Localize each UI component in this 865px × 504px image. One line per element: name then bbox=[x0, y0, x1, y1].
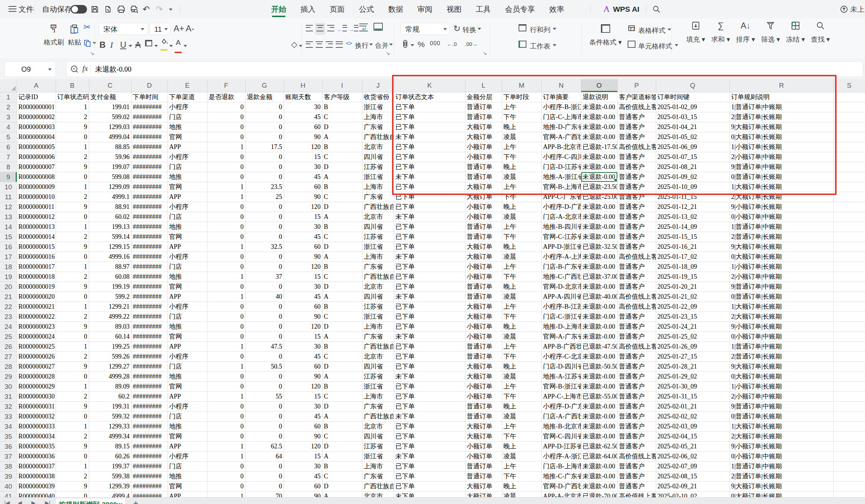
cell[interactable]: R0000000032 bbox=[17, 411, 56, 421]
cell[interactable] bbox=[833, 431, 865, 441]
cell[interactable]: R0000000027 bbox=[17, 361, 56, 371]
cell[interactable]: 未退款-0.00 bbox=[581, 411, 617, 421]
cell[interactable]: 15 bbox=[284, 451, 322, 461]
convert-button[interactable]: 转换 bbox=[463, 26, 476, 33]
cell[interactable]: 晚上 bbox=[502, 202, 541, 212]
cell[interactable]: 0 bbox=[56, 451, 89, 461]
next-sheet-icon[interactable]: ▶ bbox=[31, 500, 36, 504]
chevron-down-icon[interactable] bbox=[129, 45, 132, 47]
cell[interactable] bbox=[833, 302, 865, 312]
cell[interactable]: 30 bbox=[284, 222, 322, 232]
cell[interactable]: D bbox=[322, 282, 362, 292]
cell[interactable] bbox=[833, 312, 865, 322]
decrease-decimal-icon[interactable]: ←.0 bbox=[447, 41, 457, 47]
cell[interactable]: 普通客户 bbox=[617, 192, 656, 202]
cell[interactable]: APP-C-上海市 bbox=[541, 391, 581, 401]
cell[interactable]: ######### bbox=[131, 262, 168, 272]
cell[interactable]: 2025-02-07_09 bbox=[656, 461, 730, 471]
file-menu[interactable]: 文件 bbox=[19, 0, 34, 19]
cell[interactable]: 地推 bbox=[168, 222, 207, 232]
cell[interactable] bbox=[833, 122, 865, 132]
cell[interactable] bbox=[833, 242, 865, 252]
cell[interactable]: R0000000004 bbox=[17, 132, 56, 142]
cell[interactable]: 广西壮族自治区 bbox=[362, 272, 394, 282]
cell[interactable]: APP-C-广东省 bbox=[541, 192, 581, 202]
row-header-31[interactable]: 31 bbox=[0, 391, 17, 401]
align-top-icon[interactable] bbox=[306, 25, 313, 33]
cell[interactable]: 已退款-37.00 bbox=[581, 272, 617, 282]
cell[interactable]: 未退款-0.00 bbox=[581, 322, 617, 331]
cell[interactable]: APP-B-广西壮族自治区 bbox=[541, 341, 581, 351]
cell[interactable]: 0 bbox=[56, 132, 89, 142]
cell[interactable] bbox=[833, 252, 865, 262]
cell[interactable] bbox=[833, 152, 865, 162]
cell[interactable]: 已下单 bbox=[394, 112, 465, 122]
menu-hamburger-icon[interactable] bbox=[9, 6, 16, 12]
cell[interactable]: 0 bbox=[207, 371, 245, 381]
cell[interactable]: 下单渠道 bbox=[168, 92, 207, 102]
cell[interactable]: 0 bbox=[207, 481, 245, 491]
cell[interactable]: 30 bbox=[284, 341, 322, 351]
column-header-J[interactable]: J bbox=[362, 79, 394, 92]
fill-button[interactable]: 填充 ▾ bbox=[683, 19, 709, 44]
cell[interactable]: 门店-D-江苏省 bbox=[541, 162, 581, 172]
cell[interactable]: 四川省 bbox=[362, 222, 394, 232]
cell[interactable]: 2025-01-13_02 bbox=[656, 212, 730, 222]
cell[interactable]: 已下单 bbox=[394, 471, 465, 481]
row-header-22[interactable]: 22 bbox=[0, 302, 17, 312]
cell[interactable]: 0 bbox=[207, 461, 245, 471]
cell[interactable]: 1299.21 bbox=[89, 302, 131, 312]
cell[interactable]: 0 bbox=[207, 212, 245, 222]
cell[interactable]: 9|普通订单|中账期 bbox=[730, 162, 833, 172]
cell[interactable]: 2 bbox=[56, 471, 89, 481]
cell[interactable]: 未退款-0.00 bbox=[581, 172, 617, 182]
autosave-toggle[interactable] bbox=[71, 5, 87, 14]
cell[interactable]: 2025-01-19_15 bbox=[656, 272, 730, 282]
cell[interactable]: 1 bbox=[207, 451, 245, 461]
cell[interactable]: 60 bbox=[284, 182, 322, 192]
cell[interactable]: 0 bbox=[207, 471, 245, 481]
cell[interactable]: 1 bbox=[207, 242, 245, 252]
cell[interactable]: 1|小额订单|长账期 bbox=[730, 142, 833, 152]
cell[interactable]: 下午 bbox=[502, 272, 541, 282]
cell[interactable]: APP-D-江苏省 bbox=[541, 441, 581, 451]
cell[interactable]: 普通订单 bbox=[465, 401, 502, 411]
cell[interactable]: 普通客户 bbox=[617, 242, 656, 252]
cell[interactable]: 已下单 bbox=[394, 381, 465, 391]
cell[interactable]: 下单时段 bbox=[502, 92, 541, 102]
cell[interactable]: 小程序-D-广东省 bbox=[541, 401, 581, 411]
cell[interactable]: D bbox=[322, 481, 362, 491]
italic-icon[interactable]: I bbox=[110, 41, 113, 49]
cell[interactable]: 江苏省 bbox=[362, 371, 394, 381]
cell[interactable]: 已下单 bbox=[394, 222, 465, 232]
row-header-40[interactable]: 40 bbox=[0, 481, 17, 491]
cell[interactable]: 浙江省 bbox=[362, 242, 394, 252]
undo-icon[interactable]: ↶ bbox=[143, 0, 150, 19]
cell[interactable]: 未退款-0.00 bbox=[581, 102, 617, 112]
cell[interactable]: ######### bbox=[131, 212, 168, 222]
cell[interactable]: 已下单 bbox=[394, 272, 465, 282]
cell[interactable]: 2025-01-23_15 bbox=[656, 312, 730, 322]
cell[interactable]: 江苏省 bbox=[362, 232, 394, 242]
cell[interactable] bbox=[833, 461, 865, 471]
cell[interactable] bbox=[833, 232, 865, 242]
cell[interactable]: 0 bbox=[56, 491, 89, 497]
cell[interactable]: 地推-D-上海市 bbox=[541, 322, 581, 331]
cell[interactable]: R0000000014 bbox=[17, 232, 56, 242]
cell[interactable]: 已下单 bbox=[394, 341, 465, 351]
cell[interactable]: 60.2 bbox=[89, 391, 131, 401]
cell[interactable]: 120 bbox=[284, 262, 322, 272]
cell[interactable]: 1 bbox=[56, 262, 89, 272]
cell[interactable]: B bbox=[322, 302, 362, 312]
cell[interactable]: 未退款-0.00 bbox=[581, 461, 617, 471]
cell[interactable]: 90 bbox=[284, 252, 322, 262]
cell[interactable]: 小额订单 bbox=[465, 381, 502, 391]
cell[interactable]: 2025-02-10_02 bbox=[656, 491, 730, 497]
cell[interactable]: 0 bbox=[245, 202, 284, 212]
cell[interactable]: 1 bbox=[207, 391, 245, 401]
cell[interactable]: 普通客户 bbox=[617, 162, 656, 172]
cell[interactable]: 未退款-0.00 bbox=[581, 162, 617, 172]
cell[interactable]: R0000000020 bbox=[17, 292, 56, 302]
cell[interactable]: 45 bbox=[284, 172, 322, 182]
cell[interactable]: R0000000001 bbox=[17, 102, 56, 112]
